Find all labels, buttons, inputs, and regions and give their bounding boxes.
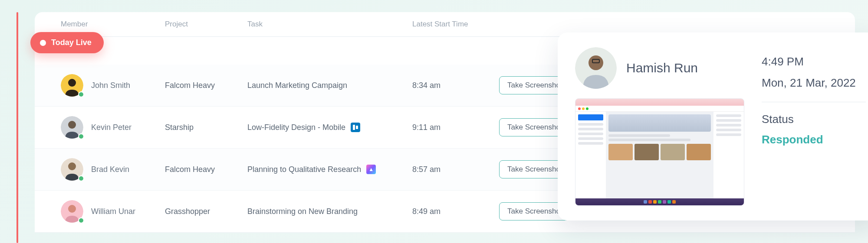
svg-point-1 [68,79,76,87]
detail-avatar [575,47,617,89]
detail-meta: 4:49 PM Mon, 21 Mar, 2022 Status Respond… [762,47,866,206]
header-task: Task [247,20,412,29]
trello-icon [351,123,360,132]
member-name: John Smith [91,81,130,90]
task-name: Low-Fidelity Design - Mobile [247,123,412,132]
presence-online-icon [78,133,84,139]
svg-point-7 [68,205,76,213]
detail-time: 4:49 PM [762,55,866,68]
detail-header: Hamish Run [575,47,744,89]
start-time: 8:49 am [412,207,499,216]
member-cell: Brad Kevin [61,158,165,181]
screenshot-thumbnail[interactable] [575,98,744,206]
avatar [61,158,83,181]
avatar [61,200,83,223]
member-name: Kevin Peter [91,123,132,132]
start-time: 8:57 am [412,165,499,174]
member-cell: Kevin Peter [61,116,165,139]
start-time: 9:11 am [412,123,499,132]
detail-status-label: Status [762,113,866,126]
svg-point-3 [68,121,76,129]
detail-divider [762,102,866,102]
member-name: William Unar [91,207,135,216]
detail-status-value: Responded [762,133,866,146]
member-cell: John Smith [61,74,165,97]
header-member: Member [61,20,165,29]
project-name: Grasshopper [165,207,247,216]
avatar [61,116,83,139]
accent-bar [16,12,18,243]
header-time: Latest Start Time [412,20,499,29]
project-name: Falcom Heavy [165,81,247,90]
project-name: Falcom Heavy [165,165,247,174]
live-badge-label: Today Live [51,38,92,47]
avatar [61,74,83,97]
member-name: Brad Kevin [91,165,129,174]
task-name: Planning to Qualitative Research [247,165,412,174]
clickup-icon [366,165,376,174]
member-cell: William Unar [61,200,165,223]
svg-point-5 [68,162,76,170]
detail-date: Mon, 21 Mar, 2022 [762,76,866,90]
presence-online-icon [78,175,84,181]
presence-online-icon [78,91,84,97]
task-name: Launch Marketing Campaign [247,81,412,90]
presence-online-icon [78,217,84,224]
detail-left: Hamish Run [575,47,744,206]
detail-user-name: Hamish Run [626,61,698,75]
screenshot-detail-card: Hamish Run 4:49 PM Mon, 21 Mar, 2022 Sta… [558,32,868,220]
live-dot-icon [40,40,46,46]
start-time: 8:34 am [412,81,499,90]
today-live-badge[interactable]: Today Live [30,32,104,53]
header-project: Project [165,20,247,29]
task-name: Brainstorming on New Branding [247,207,412,216]
project-name: Starship [165,123,247,132]
